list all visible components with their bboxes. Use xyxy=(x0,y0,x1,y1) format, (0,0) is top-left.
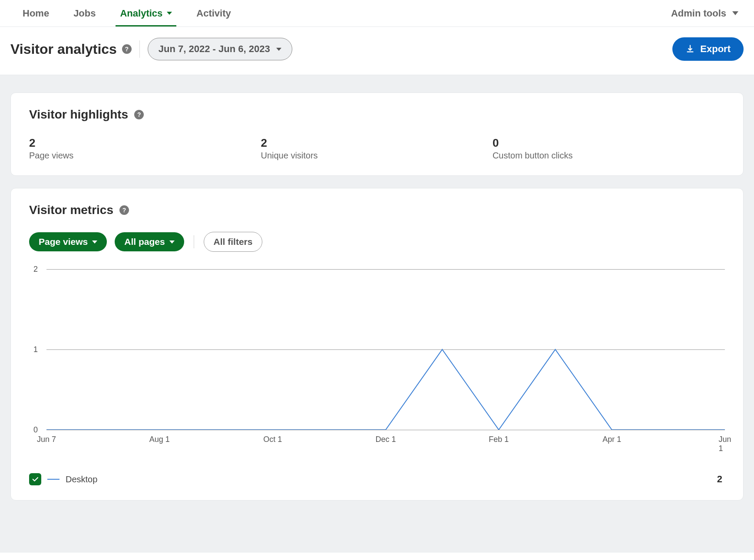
top-nav-left: Home Jobs Analytics Activity xyxy=(10,0,243,26)
legend-desktop-label: Desktop xyxy=(66,474,97,484)
all-filters-chip[interactable]: All filters xyxy=(204,232,263,252)
chart-x-tick: Aug 1 xyxy=(149,435,170,444)
metric-filter-label: Page views xyxy=(39,237,88,247)
highlights-row: 2 Page views 2 Unique visitors 0 Custom … xyxy=(29,136,725,161)
content-area: Visitor highlights ? 2 Page views 2 Uniq… xyxy=(0,75,754,553)
page-title-text: Visitor analytics xyxy=(10,41,117,57)
stat-value: 2 xyxy=(29,136,261,150)
help-icon[interactable]: ? xyxy=(119,205,129,215)
legend-desktop-value: 2 xyxy=(717,474,725,485)
chart-x-tick: Apr 1 xyxy=(602,435,621,444)
nav-jobs[interactable]: Jobs xyxy=(61,0,108,26)
title-left: Visitor analytics ? Jun 7, 2022 - Jun 6,… xyxy=(10,38,292,60)
scope-filter-label: All pages xyxy=(124,237,165,247)
legend-desktop: Desktop xyxy=(29,473,97,485)
stat-custom-button-clicks: 0 Custom button clicks xyxy=(493,136,724,161)
visitor-highlights-card: Visitor highlights ? 2 Page views 2 Uniq… xyxy=(10,92,744,176)
caret-down-icon xyxy=(276,48,281,51)
nav-activity[interactable]: Activity xyxy=(184,0,243,26)
top-nav: Home Jobs Analytics Activity Admin tools xyxy=(0,0,754,27)
caret-down-icon xyxy=(732,11,738,15)
scope-filter-chip[interactable]: All pages xyxy=(115,232,184,251)
stat-value: 0 xyxy=(493,136,724,150)
divider xyxy=(194,235,194,248)
visitor-metrics-chart: 012 xyxy=(46,269,725,430)
title-bar: Visitor analytics ? Jun 7, 2022 - Jun 6,… xyxy=(0,27,754,75)
stat-unique-visitors: 2 Unique visitors xyxy=(261,136,492,161)
chart-y-tick: 0 xyxy=(33,425,38,435)
chart-y-tick: 2 xyxy=(33,265,38,274)
visitor-metrics-title: Visitor metrics ? xyxy=(29,203,725,217)
page-title: Visitor analytics ? xyxy=(10,41,132,57)
date-range-picker[interactable]: Jun 7, 2022 - Jun 6, 2023 xyxy=(148,38,292,60)
chart-y-tick: 1 xyxy=(33,345,38,354)
chart-plot xyxy=(46,269,725,430)
chart-x-tick: Jun 1 xyxy=(718,435,731,453)
nav-home[interactable]: Home xyxy=(10,0,61,26)
legend-line-icon xyxy=(47,479,60,480)
export-label: Export xyxy=(700,43,731,55)
chart-x-tick: Dec 1 xyxy=(375,435,396,444)
chart-container: 012 Jun 7Aug 1Oct 1Dec 1Feb 1Apr 1Jun 1 xyxy=(29,269,725,447)
stat-page-views: 2 Page views xyxy=(29,136,261,161)
chart-gridline xyxy=(46,430,725,430)
admin-tools-menu[interactable]: Admin tools xyxy=(671,8,744,19)
chart-x-tick: Jun 7 xyxy=(37,435,56,444)
legend-checkbox-desktop[interactable] xyxy=(29,473,41,485)
metric-filter-chip[interactable]: Page views xyxy=(29,232,107,251)
check-icon xyxy=(31,475,39,483)
nav-analytics[interactable]: Analytics xyxy=(108,0,184,26)
export-button[interactable]: Export xyxy=(672,37,744,61)
caret-down-icon xyxy=(92,240,97,244)
visitor-highlights-title-text: Visitor highlights xyxy=(29,108,128,122)
filter-row: Page views All pages All filters xyxy=(29,232,725,252)
caret-down-icon xyxy=(167,12,172,15)
stat-label: Unique visitors xyxy=(261,151,492,161)
stat-label: Page views xyxy=(29,151,261,161)
chart-x-tick: Oct 1 xyxy=(263,435,282,444)
help-icon[interactable]: ? xyxy=(134,110,144,119)
chart-x-axis: Jun 7Aug 1Oct 1Dec 1Feb 1Apr 1Jun 1 xyxy=(46,435,725,447)
date-range-text: Jun 7, 2022 - Jun 6, 2023 xyxy=(159,43,270,55)
divider xyxy=(139,40,140,58)
all-filters-label: All filters xyxy=(214,237,253,247)
help-icon[interactable]: ? xyxy=(122,44,132,54)
visitor-metrics-card: Visitor metrics ? Page views All pages A… xyxy=(10,188,744,501)
caret-down-icon xyxy=(169,240,175,244)
stat-label: Custom button clicks xyxy=(493,151,724,161)
visitor-highlights-title: Visitor highlights ? xyxy=(29,108,725,122)
chart-x-tick: Feb 1 xyxy=(489,435,509,444)
chart-legend: Desktop 2 xyxy=(29,473,725,485)
download-icon xyxy=(685,44,695,54)
nav-analytics-label: Analytics xyxy=(120,8,162,19)
stat-value: 2 xyxy=(261,136,492,150)
admin-tools-label: Admin tools xyxy=(671,8,726,19)
visitor-metrics-title-text: Visitor metrics xyxy=(29,203,113,217)
